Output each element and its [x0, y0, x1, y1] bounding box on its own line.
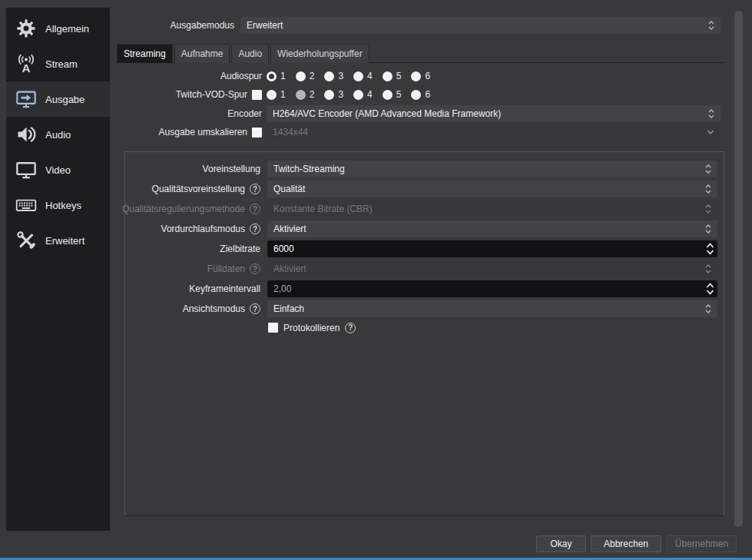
sidebar-item-hotkeys[interactable]: Hotkeys — [6, 187, 110, 223]
rescale-resolution-select: 1434x44 — [267, 124, 721, 141]
quality-preset-row: Qualitätsvoreinstellung ? Qualität — [125, 181, 717, 197]
output-mode-label: Ausgabemodus — [117, 20, 234, 31]
tab-aufnahme[interactable]: Aufnahme — [174, 44, 230, 63]
tools-icon — [13, 229, 39, 252]
help-icon: ? — [250, 224, 260, 234]
output-mode-row: Ausgabemodus Erweitert — [117, 16, 721, 34]
keyframe-label: Keyframeintervall — [125, 283, 260, 294]
cancel-button[interactable]: Abbrechen — [591, 535, 661, 552]
broadcast-icon: A — [13, 52, 39, 75]
twitch-vod-radio-5 — [383, 90, 393, 100]
tab-wiederholungspuffer[interactable]: Wiederholungspuffer — [270, 44, 369, 63]
bitrate-spinbox[interactable]: 6000 — [267, 240, 717, 257]
audiospur-radio-3[interactable] — [324, 71, 334, 81]
sidebar-item-label: Video — [45, 164, 71, 176]
twitch-vod-row: Twitch-VOD-Spur 1 2 3 4 5 6 — [117, 87, 724, 102]
sidebar-item-ausgabe[interactable]: Ausgabe — [6, 81, 110, 117]
prepass-select[interactable]: Aktiviert — [267, 220, 717, 237]
sidebar-item-allgemein[interactable]: Allgemein — [6, 11, 110, 46]
scrollbar-handle[interactable] — [734, 11, 743, 527]
log-row: Protokollieren ? — [268, 321, 724, 334]
view-mode-row: Ansichtsmodus ? Einfach — [125, 301, 717, 316]
dropdown-arrow-icon — [706, 129, 715, 136]
twitch-vod-radio-1 — [267, 90, 277, 100]
dropdown-arrows-icon — [704, 303, 712, 314]
prepass-row: Vordurchlaufsmodus ? Aktiviert — [125, 221, 717, 237]
audiospur-radio-4[interactable] — [353, 71, 363, 81]
output-tabs: Streaming Aufnahme Audio Wiederholungspu… — [117, 44, 724, 63]
audiospur-row: Audiospur 1 2 3 4 5 6 — [117, 68, 724, 84]
rate-control-select: Konstante Bitrate (CBR) — [267, 200, 717, 217]
dropdown-arrows-icon — [704, 164, 712, 174]
sidebar-item-label: Erweitert — [45, 235, 84, 247]
speaker-icon — [13, 123, 39, 146]
help-icon: ? — [250, 303, 260, 314]
help-icon: ? — [250, 263, 260, 274]
keyframe-spinbox[interactable]: 2,00 — [267, 280, 717, 297]
keyboard-icon — [13, 194, 39, 217]
spin-up-icon — [705, 242, 715, 249]
tab-audio[interactable]: Audio — [231, 44, 269, 63]
settings-sidebar: Allgemein A Stream — [6, 8, 110, 531]
rescale-checkbox[interactable] — [252, 128, 262, 138]
audiospur-radio-group: 1 2 3 4 5 6 — [267, 71, 721, 81]
audiospur-label: Audiospur — [117, 71, 262, 81]
quality-preset-select[interactable]: Qualität — [267, 181, 717, 197]
encoder-settings-group: Voreinstellung Twitch-Streaming Qualität… — [124, 151, 724, 516]
sidebar-item-label: Ausgabe — [45, 94, 84, 105]
spin-up-icon — [705, 282, 715, 289]
spin-down-icon — [705, 249, 715, 256]
quality-preset-label: Qualitätsvoreinstellung — [152, 184, 245, 194]
dropdown-arrows-icon — [707, 108, 715, 119]
apply-button: Übernehmen — [667, 535, 737, 552]
settings-dialog: Allgemein A Stream — [0, 0, 752, 560]
rescale-resolution-value: 1434x44 — [273, 127, 308, 138]
twitch-vod-radio-3 — [324, 90, 334, 100]
monitor-icon — [13, 158, 39, 181]
okay-button[interactable]: Okay — [536, 535, 586, 552]
preset-row: Voreinstellung Twitch-Streaming — [125, 161, 717, 177]
bitrate-row: Zielbitrate 6000 — [125, 241, 717, 257]
log-checkbox[interactable] — [268, 323, 278, 333]
help-icon: ? — [345, 323, 356, 333]
rescale-label: Ausgabe umskalieren — [159, 127, 247, 138]
dropdown-arrows-icon — [704, 224, 712, 234]
encoder-select[interactable]: H264/AVC Encoder (AMD Advanced Media Fra… — [267, 105, 721, 122]
sidebar-item-erweitert[interactable]: Erweitert — [6, 223, 110, 258]
view-mode-select[interactable]: Einfach — [267, 300, 717, 317]
audiospur-radio-6[interactable] — [411, 71, 421, 81]
audiospur-radio-5[interactable] — [383, 71, 393, 81]
help-icon: ? — [250, 204, 260, 214]
sidebar-item-audio[interactable]: Audio — [6, 117, 110, 152]
encoder-row: Encoder H264/AVC Encoder (AMD Advanced M… — [117, 105, 724, 122]
sidebar-item-label: Stream — [45, 58, 78, 70]
bitrate-value: 6000 — [273, 244, 294, 254]
dropdown-arrows-icon — [704, 204, 712, 214]
tab-streaming[interactable]: Streaming — [117, 44, 173, 63]
scrollbar-track — [731, 8, 746, 531]
preset-select[interactable]: Twitch-Streaming — [267, 161, 717, 177]
preset-label: Voreinstellung — [125, 164, 260, 174]
keyframe-value: 2,00 — [273, 283, 291, 294]
dropdown-arrows-icon — [704, 184, 712, 194]
twitch-vod-checkbox[interactable] — [252, 90, 262, 100]
output-mode-value: Erweitert — [247, 20, 283, 31]
gear-icon — [13, 17, 39, 40]
sidebar-item-stream[interactable]: A Stream — [6, 46, 110, 81]
encoder-label: Encoder — [117, 108, 262, 119]
output-mode-select[interactable]: Erweitert — [240, 17, 721, 34]
audiospur-radio-1[interactable] — [267, 71, 277, 81]
twitch-vod-radio-group: 1 2 3 4 5 6 — [267, 89, 721, 100]
sidebar-item-video[interactable]: Video — [6, 152, 110, 187]
sidebar-item-label: Hotkeys — [45, 200, 81, 211]
audiospur-radio-2[interactable] — [296, 71, 306, 81]
spin-down-icon — [705, 289, 715, 296]
log-label: Protokollieren — [283, 323, 340, 333]
twitch-vod-radio-6 — [411, 90, 421, 100]
twitch-vod-label: Twitch-VOD-Spur — [176, 89, 247, 100]
view-mode-label: Ansichtsmodus — [183, 303, 245, 314]
help-icon: ? — [250, 184, 260, 194]
encoder-value: H264/AVC Encoder (AMD Advanced Media Fra… — [273, 108, 501, 119]
spinner-buttons[interactable] — [705, 242, 715, 256]
spinner-buttons[interactable] — [705, 282, 715, 296]
